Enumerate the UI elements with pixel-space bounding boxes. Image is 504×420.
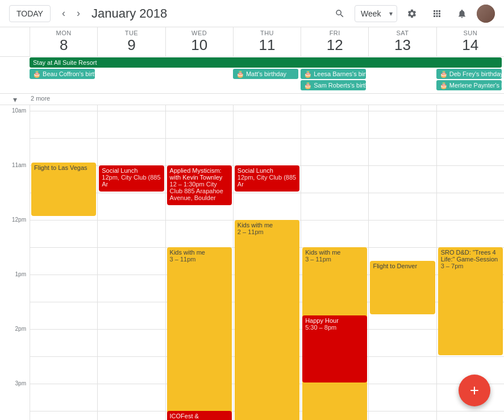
event-block[interactable]: Social Lunch12pm, City Club (885 Ar [235,165,299,192]
day-header-row: Mon 8 Tue 9 Wed 10 Thu 11 Fri 12 Sat 13 … [0,27,504,57]
hour-line [98,111,165,111]
event-title: Happy Hour [305,317,364,324]
hour-line [30,111,97,111]
event-block[interactable]: Happy Hour5:30 – 8pm [302,315,367,382]
settings-button[interactable] [402,3,422,24]
hour-line [437,193,504,193]
grid-columns: Flight to Las Vegas Social Lunch12pm, Ci… [30,105,504,371]
grid-col-2: Applied Mysticism: with Kevin Townley12 … [165,105,233,420]
hour-line [30,411,97,411]
hour-line [98,275,165,275]
calendar-header: TODAY ‹ › January 2018 Week Day Month [0,0,504,27]
allday-gutter [0,57,30,93]
event-block[interactable]: Applied Mysticism: with Kevin Townley12 … [167,165,232,205]
view-select[interactable]: Week Day Month [355,5,397,22]
day-number-sun: 14 [437,36,504,54]
event-block[interactable]: SRO D&D: "Trees 4 Life:" Game-Session3 –… [438,247,503,355]
event-title: Kids with me [305,249,364,256]
event-block[interactable]: Kids with me3 – 11pm [167,247,232,420]
day-col-tue: Tue 9 [97,27,165,56]
time-label: 11am [0,162,30,189]
search-button[interactable] [330,3,350,24]
allday-events-area: Stay at All Suite Resort🎂 Beau Coffron's… [30,57,504,93]
hour-line [30,302,97,302]
event-detail: 3 – 11pm [305,256,364,263]
today-button[interactable]: TODAY [9,5,51,22]
hour-line [98,329,165,330]
event-title: Kids with me [170,249,229,256]
more-link[interactable]: 2 more [31,95,50,102]
event-block[interactable]: Flight to Denver [370,261,435,314]
next-button[interactable]: › [72,5,85,22]
allday-event[interactable]: Stay at All Suite Resort [30,57,502,68]
day-number-mon: 8 [30,36,97,54]
allday-event[interactable]: 🎂 Deb Frey's birthday [436,69,502,79]
event-title: ICOFest & LaunchFEST Demo Showcase and C… [170,413,229,420]
hour-line [437,138,504,139]
hour-line [30,384,97,384]
time-label [0,244,30,271]
allday-event[interactable]: 🎂 Beau Coffron's birt! [30,69,95,79]
hour-line [98,138,165,139]
event-title: Social Lunch [238,167,297,174]
hour-line [166,111,233,111]
avatar[interactable] [477,5,495,23]
allday-event[interactable]: 🎂 Leesa Barnes's birt! [301,69,366,79]
day-col-mon: Mon 8 [30,27,97,56]
hour-line [30,247,97,248]
hour-line [369,165,436,166]
event-detail: 12pm, City Club (885 Ar [102,174,161,188]
event-block[interactable]: Social Lunch12pm, City Club (885 Ar [99,165,164,192]
day-col-sat: Sat 13 [368,27,436,56]
day-number-thu: 11 [234,36,301,54]
event-block[interactable]: Kids with me2 – 11pm [235,220,299,420]
hour-line [369,384,436,384]
event-detail: 2 – 11pm [238,228,297,235]
hour-line [234,138,301,139]
hour-line [369,411,436,411]
day-name-thu: Thu [234,30,301,36]
calendar-title: January 2018 [91,6,167,21]
hour-line [369,138,436,139]
collapse-row: ▾ 2 more [0,94,504,105]
collapse-arrow[interactable]: ▾ [0,94,30,105]
time-label: 12pm [0,217,30,244]
time-label: 1pm [0,271,30,298]
day-col-fri: Fri 12 [301,27,368,56]
prev-button[interactable]: ‹ [57,5,70,22]
grid-col-1: Social Lunch12pm, City Club (885 Ar [97,105,165,420]
apps-button[interactable] [427,3,447,24]
event-title: Flight to Denver [373,263,432,269]
hour-line [301,111,368,111]
calendar-body: Mon 8 Tue 9 Wed 10 Thu 11 Fri 12 Sat 13 … [0,27,504,420]
hour-line [98,220,165,221]
view-selector[interactable]: Week Day Month [355,5,397,22]
hour-line [30,138,97,139]
day-number-tue: 9 [98,36,165,54]
event-title: Kids with me [238,222,297,228]
hour-line [166,220,233,221]
hour-line [369,329,436,330]
allday-event[interactable]: 🎂 Merlene Paynter's b [436,80,502,90]
apps-icon [432,9,442,19]
allday-event[interactable]: 🎂 Sam Roberts's birt! [301,80,366,90]
event-block[interactable]: ICOFest & LaunchFEST Demo Showcase and C… [167,411,232,420]
event-title: Social Lunch [102,167,161,174]
hour-line [98,302,165,302]
hour-line [369,111,436,111]
add-event-button[interactable]: + [459,375,490,406]
nav-arrows: ‹ › [57,5,85,22]
day-name-fri: Fri [301,30,368,36]
event-detail: 3 – 7pm [441,263,500,269]
time-label [0,407,30,420]
time-grid: GMT-0710am11am12pm1pm2pm3pm4pm5pm6pm7pm8… [0,105,504,420]
notifications-button[interactable] [452,3,472,24]
allday-event[interactable]: 🎂 Matt's birthday [233,69,298,79]
hour-line [437,165,504,166]
event-block[interactable]: Flight to Las Vegas [31,163,96,216]
time-labels: GMT-0710am11am12pm1pm2pm3pm4pm5pm6pm7pm8… [0,105,30,371]
hour-line [98,247,165,248]
time-label [0,135,30,162]
time-label [0,298,30,326]
hour-line [369,247,436,248]
